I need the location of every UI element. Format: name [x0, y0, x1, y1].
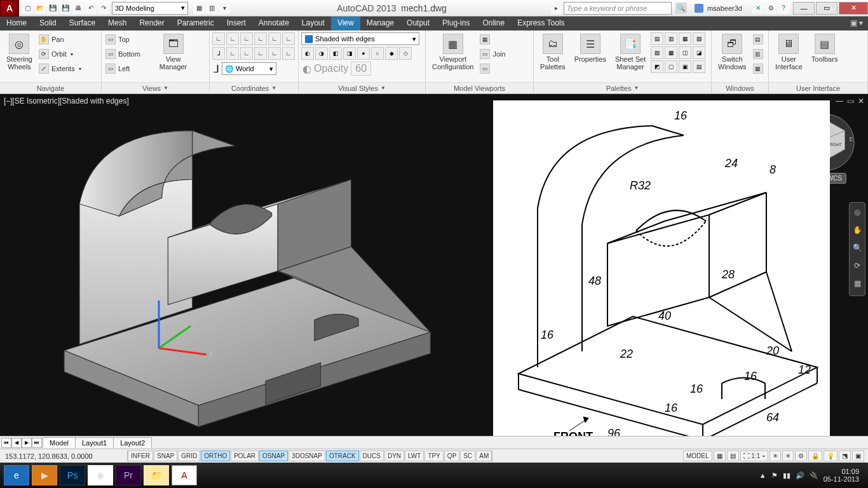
orbit-button[interactable]: ⟳Orbit▾ — [37, 47, 83, 61]
status-sc[interactable]: SC — [460, 451, 475, 461]
sb-anno-icon[interactable]: ✳ — [770, 451, 781, 461]
pal5[interactable]: ▨ — [651, 46, 663, 59]
qat-plot-icon[interactable]: 🖶 — [72, 3, 84, 14]
task-pr-icon[interactable]: Pr — [116, 465, 141, 485]
vp-close-icon[interactable]: ✕ — [858, 97, 864, 105]
pal8[interactable]: ◪ — [693, 46, 705, 59]
status-qp[interactable]: QP — [444, 451, 459, 461]
menu-output[interactable]: Output — [400, 17, 436, 30]
opacity-icon[interactable]: ◐ — [302, 63, 311, 75]
wcascade-icon[interactable]: ▥ — [753, 49, 763, 59]
view-manager-button[interactable]: 🗔 View Manager — [156, 32, 191, 72]
task-chrome-icon[interactable]: ◉ — [88, 465, 113, 485]
vs-btn5[interactable]: ● — [357, 47, 370, 60]
ucs-btn3[interactable]: ∟ — [240, 32, 253, 45]
warrange-icon[interactable]: ▦ — [753, 64, 763, 74]
visual-style-dropdown[interactable]: 🟦 Shaded with edges▾ — [301, 32, 419, 45]
menu-plug-ins[interactable]: Plug-ins — [436, 17, 476, 30]
maximize-button[interactable]: ▭ — [816, 2, 837, 15]
vs-btn4[interactable]: ◨ — [343, 47, 356, 60]
vp-join-button[interactable]: ▭Join — [478, 47, 506, 61]
ucs-btn9[interactable]: ∟ — [240, 47, 253, 60]
qat-save-icon[interactable]: 💾 — [47, 3, 58, 14]
workspace-dropdown[interactable]: 3D Modeling▾ — [112, 2, 188, 15]
ucs-btn1[interactable]: ∟ — [212, 32, 225, 45]
menu-render[interactable]: Render — [133, 17, 170, 30]
status-3dosnap[interactable]: 3DOSNAP — [288, 451, 325, 461]
toolbars-button[interactable]: ▤Toolbars — [808, 32, 842, 64]
qat-dropdown-icon[interactable]: ▾ — [219, 3, 230, 14]
tab-last-icon[interactable]: ⏭ — [32, 438, 42, 448]
user-interface-button[interactable]: 🖥User Interface — [771, 32, 806, 72]
sb-hw-icon[interactable]: 💡 — [824, 451, 837, 461]
pal10[interactable]: ▢ — [665, 60, 677, 73]
sb-grid-icon[interactable]: ▦ — [714, 451, 726, 461]
sb-layout-icon[interactable]: ▤ — [727, 451, 739, 461]
pal6[interactable]: ▩ — [665, 46, 677, 59]
tray-flag-icon[interactable]: ⚑ — [771, 471, 778, 480]
status-polar[interactable]: POLAR — [231, 451, 259, 461]
app-menu-icon[interactable]: A — [0, 0, 19, 17]
status-osnap[interactable]: OSNAP — [259, 451, 288, 461]
view-top-button[interactable]: ▭Top — [104, 32, 142, 46]
properties-button[interactable]: ☰Properties — [571, 32, 610, 64]
nav-showmotion-icon[interactable]: ▦ — [851, 279, 863, 290]
nav-zoom-icon[interactable]: 🔍 — [851, 243, 863, 255]
close-button[interactable]: ✕ — [839, 2, 868, 15]
drawing-area[interactable]: [–][SE Isometric][Shaded with edges] — ▭… — [0, 94, 868, 436]
switch-windows-button[interactable]: 🗗Switch Windows — [714, 32, 750, 72]
pal2[interactable]: ▥ — [665, 32, 677, 45]
pal3[interactable]: ▦ — [679, 32, 691, 45]
vp-max-icon[interactable]: ▭ — [847, 97, 854, 105]
steering-wheels-button[interactable]: ◎ Steering Wheels — [3, 32, 36, 72]
tab-next-icon[interactable]: ▶ — [22, 438, 32, 448]
task-ps-icon[interactable]: Ps — [60, 465, 85, 485]
status-infer[interactable]: INFER — [128, 451, 153, 461]
tab-prev-icon[interactable]: ◀ — [11, 438, 22, 448]
task-ie-icon[interactable]: e — [4, 465, 29, 485]
status-dyn[interactable]: DYN — [384, 451, 404, 461]
task-autocad-icon[interactable]: A — [172, 465, 197, 485]
model-space-button[interactable]: MODEL — [683, 451, 712, 461]
minimize-button[interactable]: — — [793, 2, 815, 15]
search-toggle-icon[interactable]: ▸ — [551, 3, 562, 14]
pal11[interactable]: ▣ — [679, 60, 691, 73]
view-bottom-button[interactable]: ▭Bottom — [104, 47, 142, 61]
ucs-btn7[interactable]: ⅃ — [212, 47, 225, 60]
exchange-icon[interactable]: ✕ — [752, 3, 764, 14]
ucs-btn11[interactable]: ∟ — [268, 47, 281, 60]
qat-open-icon[interactable]: 📂 — [34, 3, 46, 14]
menu-insert[interactable]: Insert — [220, 17, 252, 30]
status-tpy[interactable]: TPY — [424, 451, 443, 461]
menu-mesh[interactable]: Mesh — [102, 17, 133, 30]
vp-named-button[interactable]: ▦ — [478, 32, 506, 46]
qat-extra2-icon[interactable]: ▥ — [206, 3, 217, 14]
task-explorer-icon[interactable]: 📁 — [144, 465, 169, 485]
ucs-btn2[interactable]: ∟ — [226, 32, 239, 45]
tray-power-icon[interactable]: 🔌 — [810, 471, 818, 480]
pal12[interactable]: ▤ — [693, 60, 705, 73]
qat-extra1-icon[interactable]: ▦ — [193, 3, 205, 14]
vs-btn7[interactable]: ◆ — [385, 47, 398, 60]
qat-new-icon[interactable]: ▢ — [22, 3, 33, 14]
view-left-button[interactable]: ▭Left — [104, 62, 142, 76]
ucs-btn8[interactable]: ∟ — [226, 47, 239, 60]
vs-btn6[interactable]: ○ — [371, 47, 384, 60]
menu-manage[interactable]: Manage — [360, 17, 400, 30]
vs-btn1[interactable]: ◐ — [301, 47, 314, 60]
ribbon-min-icon[interactable]: ▣ ▾ — [845, 17, 868, 30]
qat-undo-icon[interactable]: ↶ — [85, 3, 97, 14]
annotation-scale-button[interactable]: ⛶ 1:1 ▾ — [740, 451, 768, 461]
layout-tab-layout1[interactable]: Layout1 — [75, 437, 114, 448]
qat-saveas-icon[interactable]: 💾 — [60, 3, 71, 14]
viewport-config-button[interactable]: ▦ Viewport Configuration — [428, 32, 477, 72]
menu-express-tools[interactable]: Express Tools — [511, 17, 571, 30]
ucs-btn6[interactable]: ∟ — [282, 32, 295, 45]
menu-solid[interactable]: Solid — [33, 17, 63, 30]
status-ortho[interactable]: ORTHO — [201, 451, 230, 461]
layout-tab-layout2[interactable]: Layout2 — [113, 437, 152, 448]
vp-min-icon[interactable]: — — [836, 97, 843, 105]
ucs-btn4[interactable]: ∟ — [254, 32, 267, 45]
tray-clock[interactable]: 01:0905-11-2013 — [824, 468, 859, 483]
ucs-btn12[interactable]: ∟ — [282, 47, 295, 60]
